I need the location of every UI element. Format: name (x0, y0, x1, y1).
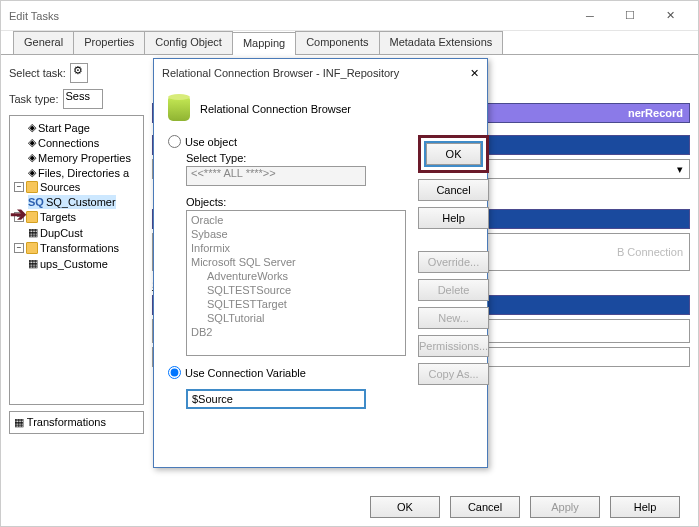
list-item[interactable]: SQLTutorial (191, 311, 401, 325)
database-icon (168, 97, 190, 121)
grid-icon: ▦ (14, 416, 24, 428)
window-buttons: ─ ☐ ✕ (570, 2, 690, 30)
dialog-copy-button: Copy As... (418, 363, 489, 385)
left-column: Select task: ⚙ Task type: Sess ◈ Start P… (9, 63, 144, 478)
connection-hint: B Connection (617, 246, 683, 258)
use-conn-var-radio-input[interactable] (168, 366, 181, 379)
tree-connections[interactable]: ◈ Connections (14, 135, 141, 150)
select-task-button[interactable]: ⚙ (70, 63, 88, 83)
tab-metadata[interactable]: Metadata Extensions (379, 31, 504, 54)
dialog-left: Use object Select Type: <<**** ALL ****>… (168, 135, 406, 409)
dialog-help-button[interactable]: Help (418, 207, 489, 229)
dialog-ok-button[interactable]: OK (426, 143, 481, 165)
tab-mapping[interactable]: Mapping (232, 32, 296, 55)
dialog-cancel-button[interactable]: Cancel (418, 179, 489, 201)
select-type-label: Select Type: (186, 152, 406, 164)
dialog-header-text: Relational Connection Browser (200, 103, 351, 115)
tab-general[interactable]: General (13, 31, 74, 54)
window-title: Edit Tasks (9, 10, 570, 22)
tree-start-page[interactable]: ◈ Start Page (14, 120, 141, 135)
dialog-buttons: OK Cancel Help Override... Delete New...… (418, 135, 489, 409)
list-item[interactable]: Oracle (191, 213, 401, 227)
tab-properties[interactable]: Properties (73, 31, 145, 54)
tree-sources[interactable]: − Sources (14, 180, 141, 194)
tree-sq-customer[interactable]: SQ SQ_Customer (28, 195, 116, 209)
tree-ups-custome[interactable]: ▦ ups_Custome (28, 256, 108, 271)
list-item[interactable]: SQLTESTTarget (191, 297, 401, 311)
ok-highlight: OK (418, 135, 489, 173)
tab-components[interactable]: Components (295, 31, 379, 54)
main-ok-button[interactable]: OK (370, 496, 440, 518)
tab-config-object[interactable]: Config Object (144, 31, 233, 54)
minimize-button[interactable]: ─ (570, 2, 610, 30)
dialog-new-button: New... (418, 307, 489, 329)
list-item[interactable]: Microsoft SQL Server (191, 255, 401, 269)
maximize-button[interactable]: ☐ (610, 2, 650, 30)
list-item[interactable]: AdventureWorks (191, 269, 401, 283)
dialog-titlebar: Relational Connection Browser - INF_Repo… (154, 59, 487, 87)
tab-row: General Properties Config Object Mapping… (1, 31, 698, 55)
select-task-label: Select task: (9, 67, 66, 79)
objects-list[interactable]: Oracle Sybase Informix Microsoft SQL Ser… (186, 210, 406, 356)
dialog-title: Relational Connection Browser - INF_Repo… (162, 67, 470, 79)
tree-targets[interactable]: − Targets (14, 210, 141, 224)
list-item[interactable]: DB2 (191, 325, 401, 339)
list-item[interactable]: Informix (191, 241, 401, 255)
use-conn-var-radio[interactable]: Use Connection Variable (168, 366, 406, 379)
dialog-header: Relational Connection Browser (168, 97, 473, 121)
dialog-delete-button: Delete (418, 279, 489, 301)
navigation-tree[interactable]: ◈ Start Page ◈ Connections ◈ Memory Prop… (9, 115, 144, 405)
tree-memory[interactable]: ◈ Memory Properties (14, 150, 141, 165)
connection-variable-input[interactable] (186, 389, 366, 409)
list-item[interactable]: Sybase (191, 227, 401, 241)
dialog-close-button[interactable]: ✕ (470, 67, 479, 80)
connection-browser-dialog: Relational Connection Browser - INF_Repo… (153, 58, 488, 468)
task-type-label: Task type: (9, 93, 59, 105)
objects-label: Objects: (186, 196, 406, 208)
dialog-body: Relational Connection Browser Use object… (154, 87, 487, 419)
task-type-combo[interactable]: Sess (63, 89, 103, 109)
dialog-override-button: Override... (418, 251, 489, 273)
tree-files[interactable]: ◈ Files, Directories a (14, 165, 141, 180)
close-button[interactable]: ✕ (650, 2, 690, 30)
bottom-buttons: OK Cancel Apply Help (370, 496, 680, 518)
pointer-arrow-icon: ➔ (10, 202, 27, 226)
tree-transformations[interactable]: − Transformations (14, 241, 141, 255)
main-help-button[interactable]: Help (610, 496, 680, 518)
transformations-bar[interactable]: ▦ Transformations (9, 411, 144, 434)
main-apply-button: Apply (530, 496, 600, 518)
select-type-combo[interactable]: <<**** ALL ****>> (186, 166, 366, 186)
use-object-radio-input[interactable] (168, 135, 181, 148)
list-item[interactable]: SQLTESTSource (191, 283, 401, 297)
main-titlebar: Edit Tasks ─ ☐ ✕ (1, 1, 698, 31)
use-object-radio[interactable]: Use object (168, 135, 406, 148)
tree-dupcust[interactable]: ▦ DupCust (28, 225, 83, 240)
main-cancel-button[interactable]: Cancel (450, 496, 520, 518)
dialog-permissions-button: Permissions... (418, 335, 489, 357)
